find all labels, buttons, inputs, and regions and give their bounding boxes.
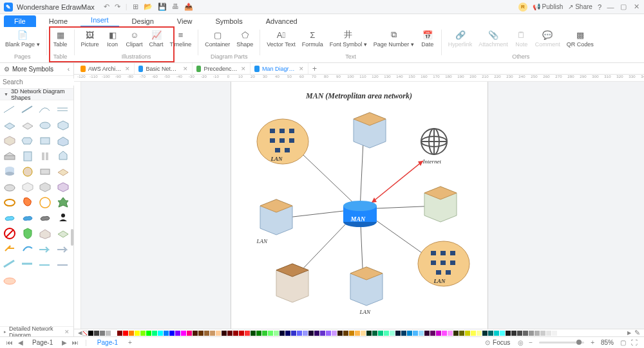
palette-shape[interactable] bbox=[21, 242, 35, 255]
palette-shape[interactable] bbox=[3, 180, 17, 193]
palette-shape[interactable] bbox=[38, 103, 52, 116]
canvas[interactable]: MAN (Metroplitan area network) bbox=[74, 82, 644, 329]
color-swatch[interactable] bbox=[123, 331, 128, 336]
palette-shape[interactable] bbox=[21, 118, 35, 131]
color-swatch[interactable] bbox=[291, 331, 296, 336]
menu-advanced[interactable]: Advanced bbox=[256, 15, 308, 27]
palette-shape[interactable] bbox=[3, 242, 17, 255]
color-swatch[interactable] bbox=[320, 331, 325, 336]
palette-shape[interactable] bbox=[56, 165, 70, 178]
palette-shape[interactable] bbox=[21, 165, 35, 178]
color-swatch[interactable] bbox=[158, 331, 163, 336]
table-button[interactable]: ▦Table bbox=[51, 28, 70, 49]
blank-page-button[interactable]: 📄Blank Page ▾ bbox=[3, 28, 43, 49]
color-swatch[interactable] bbox=[546, 331, 551, 336]
color-swatch[interactable] bbox=[448, 331, 453, 336]
vector-text-button[interactable]: A⃤Vector Text bbox=[264, 28, 298, 49]
palette-shape[interactable] bbox=[3, 196, 17, 208]
picture-button[interactable]: 🖼Picture bbox=[79, 28, 102, 49]
close-tab-icon[interactable]: ✕ bbox=[125, 66, 130, 72]
open-icon[interactable]: 📂 bbox=[144, 3, 153, 11]
color-swatch[interactable] bbox=[355, 331, 360, 336]
zoom-out-icon[interactable]: − bbox=[526, 339, 535, 346]
chevron-left-icon[interactable]: ‹ bbox=[68, 66, 70, 73]
palette-shape[interactable] bbox=[3, 165, 17, 178]
color-swatch[interactable] bbox=[187, 331, 192, 336]
color-swatch[interactable] bbox=[343, 331, 348, 336]
menu-symbols[interactable]: Symbols bbox=[205, 15, 253, 27]
page-first-icon[interactable]: ⏮ bbox=[4, 339, 15, 346]
palette-shape[interactable] bbox=[56, 118, 70, 131]
redo-icon[interactable]: ↷ bbox=[115, 3, 120, 11]
palette-shape[interactable] bbox=[38, 211, 52, 224]
user-avatar[interactable]: R bbox=[518, 3, 527, 12]
palette-shape[interactable] bbox=[3, 226, 17, 239]
focus-icon[interactable]: ⊙ bbox=[482, 339, 493, 346]
publish-button[interactable]: 📢 Publish bbox=[533, 3, 564, 10]
color-swatch[interactable] bbox=[193, 331, 198, 336]
color-swatch[interactable] bbox=[233, 331, 238, 336]
color-swatch[interactable] bbox=[337, 331, 343, 336]
color-swatch[interactable] bbox=[511, 331, 516, 336]
zoom-slider[interactable] bbox=[539, 342, 584, 343]
date-button[interactable]: 📅Date bbox=[418, 28, 437, 49]
color-swatch[interactable] bbox=[477, 331, 482, 336]
palette-shape[interactable] bbox=[56, 103, 70, 116]
close-tab-icon[interactable]: ✕ bbox=[299, 66, 304, 72]
palette-shape[interactable] bbox=[38, 180, 52, 193]
add-tab-button[interactable]: + bbox=[308, 63, 321, 74]
color-swatch[interactable] bbox=[216, 331, 221, 336]
color-swatch[interactable] bbox=[297, 331, 302, 336]
document-tab[interactable]: AWS Architectu...✕ bbox=[77, 63, 135, 74]
color-swatch[interactable] bbox=[332, 331, 337, 336]
color-swatch[interactable] bbox=[552, 331, 557, 336]
more-symbols-header[interactable]: ⚙ More Symbols ‹ bbox=[0, 63, 73, 76]
color-swatch[interactable] bbox=[227, 331, 232, 336]
color-swatch[interactable] bbox=[465, 331, 470, 336]
color-swatch[interactable] bbox=[100, 331, 105, 336]
color-swatch[interactable] bbox=[303, 331, 308, 336]
bottom-accordion[interactable]: ▸ Detailed Network Diagram ✕ bbox=[0, 326, 73, 336]
color-swatch[interactable] bbox=[222, 331, 227, 336]
color-swatch[interactable] bbox=[523, 331, 528, 336]
palette-shape[interactable] bbox=[38, 165, 52, 178]
palette-shape[interactable] bbox=[3, 273, 17, 286]
target-icon[interactable]: ◎ bbox=[515, 339, 526, 346]
current-page-tab[interactable]: Page-1 bbox=[91, 339, 124, 346]
palette-shape[interactable] bbox=[3, 149, 17, 162]
help-icon[interactable]: ? bbox=[598, 3, 601, 11]
palette-shape[interactable] bbox=[3, 118, 17, 131]
menu-design[interactable]: Design bbox=[122, 15, 164, 27]
menu-view[interactable]: View bbox=[167, 15, 203, 27]
color-next-icon[interactable]: ▶ bbox=[627, 330, 631, 336]
color-swatch[interactable] bbox=[129, 331, 134, 336]
maximize-icon[interactable]: ▢ bbox=[620, 3, 627, 11]
container-button[interactable]: ▢Container bbox=[202, 28, 232, 49]
color-swatch[interactable] bbox=[424, 331, 430, 336]
color-swatch[interactable] bbox=[140, 331, 146, 336]
menu-insert[interactable]: Insert bbox=[80, 14, 119, 27]
color-swatch[interactable] bbox=[517, 331, 522, 336]
color-swatch[interactable] bbox=[285, 331, 290, 336]
palette-shape[interactable] bbox=[3, 103, 17, 116]
color-swatch[interactable] bbox=[390, 331, 395, 336]
close-icon[interactable]: ✕ bbox=[632, 3, 640, 11]
palette-shape[interactable] bbox=[56, 180, 70, 193]
palette-shape[interactable] bbox=[21, 257, 35, 270]
color-swatch[interactable] bbox=[251, 331, 256, 336]
color-swatch[interactable] bbox=[413, 331, 418, 336]
palette-shape[interactable] bbox=[21, 103, 35, 116]
share-button[interactable]: ↗ Share bbox=[568, 3, 592, 10]
palette-shape[interactable] bbox=[3, 134, 17, 147]
color-swatch[interactable] bbox=[268, 331, 273, 336]
color-swatch[interactable] bbox=[540, 331, 545, 336]
color-swatch[interactable] bbox=[204, 331, 209, 336]
color-swatch[interactable] bbox=[366, 331, 372, 336]
zoom-thumb[interactable] bbox=[576, 340, 582, 345]
color-swatch[interactable] bbox=[488, 331, 493, 336]
fullscreen-icon[interactable]: ⛶ bbox=[629, 339, 640, 346]
scrollbar-thumb[interactable] bbox=[71, 229, 73, 246]
color-swatch[interactable] bbox=[378, 331, 383, 336]
color-swatch[interactable] bbox=[430, 331, 435, 336]
fit-page-icon[interactable]: ▢ bbox=[618, 339, 629, 346]
